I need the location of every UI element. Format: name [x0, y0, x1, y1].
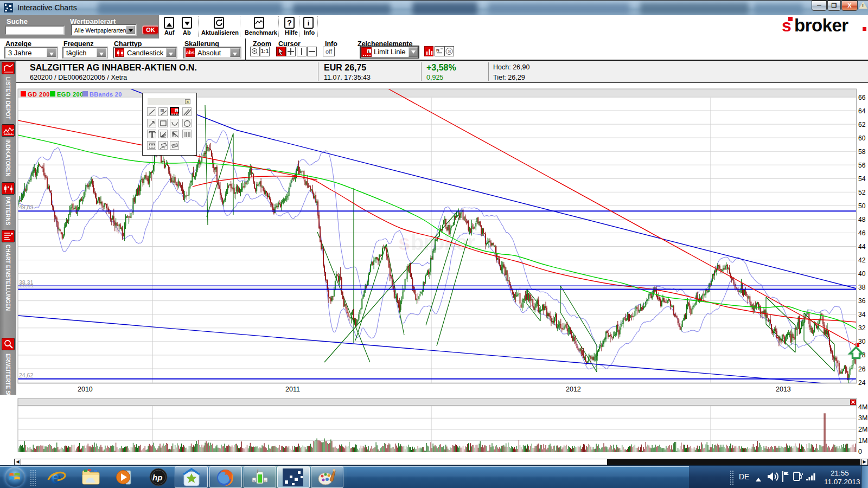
svg-text:0: 0: [858, 448, 862, 455]
svg-text:2011: 2011: [285, 386, 300, 393]
svg-text:BBands 20: BBands 20: [90, 91, 122, 98]
svg-text:26: 26: [858, 365, 866, 373]
svg-text:60: 60: [858, 134, 866, 142]
svg-text:q: q: [253, 479, 255, 482]
svg-text:2010: 2010: [78, 386, 93, 393]
svg-text:4M: 4M: [858, 403, 867, 411]
svg-text:L: L: [368, 49, 371, 54]
svg-text:1M: 1M: [858, 437, 867, 445]
svg-text:50: 50: [858, 202, 866, 210]
svg-text:34: 34: [858, 311, 866, 318]
svg-text:EGD 200: EGD 200: [57, 91, 84, 98]
svg-text:24: 24: [858, 379, 866, 387]
svg-text:N: N: [436, 48, 439, 53]
svg-text:52: 52: [858, 189, 866, 196]
svg-text:44: 44: [858, 243, 866, 251]
svg-text:66: 66: [858, 94, 866, 101]
svg-text:30: 30: [858, 338, 866, 345]
svg-text:GD 200: GD 200: [28, 91, 50, 98]
svg-text:e: e: [50, 467, 61, 487]
svg-text:62: 62: [858, 121, 866, 129]
svg-text:42: 42: [858, 256, 866, 264]
svg-text:49,83: 49,83: [19, 204, 33, 210]
svg-text:56: 56: [858, 162, 866, 169]
svg-text:58: 58: [858, 148, 866, 156]
svg-text:38,31: 38,31: [20, 282, 34, 288]
svg-text:S: S: [448, 49, 451, 54]
svg-text:38: 38: [858, 284, 866, 291]
svg-text:3M: 3M: [858, 414, 867, 422]
svg-text:64: 64: [858, 107, 866, 115]
svg-text:hp: hp: [152, 473, 162, 482]
svg-text:46: 46: [858, 229, 866, 237]
svg-text:40: 40: [858, 270, 866, 278]
svg-text:2M: 2M: [858, 426, 867, 433]
svg-text:32: 32: [858, 324, 866, 332]
svg-text:broker: broker: [794, 16, 848, 35]
svg-text:s: s: [782, 16, 792, 35]
svg-text:36: 36: [858, 297, 866, 305]
svg-text:2012: 2012: [566, 386, 581, 393]
svg-text:48: 48: [858, 216, 866, 223]
svg-text:24,62: 24,62: [19, 372, 33, 378]
svg-text:2013: 2013: [776, 386, 791, 393]
svg-text:54: 54: [858, 175, 866, 183]
